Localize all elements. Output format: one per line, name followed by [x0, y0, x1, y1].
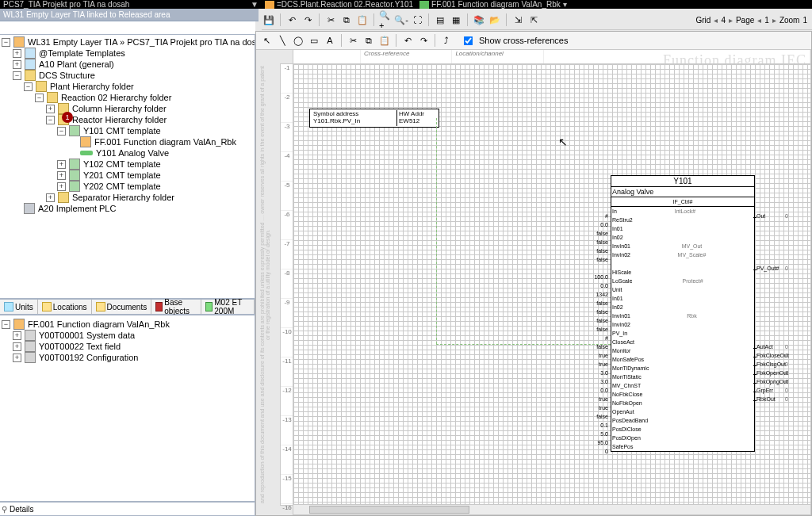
block-pin-row[interactable]: In02 — [611, 303, 754, 312]
block-pin-row[interactable]: ReStru2 — [611, 216, 754, 224]
pin-output-default: 0 — [785, 353, 788, 358]
ref-button[interactable]: ⤴ — [439, 33, 454, 48]
undo-button[interactable]: ↶ — [285, 13, 299, 27]
active-path-tab[interactable]: =DCS.Plant.Reaction 02.Reactor.Y101 — [265, 0, 413, 9]
text-tool[interactable]: A — [323, 33, 337, 48]
tab-documents[interactable]: Documents — [92, 300, 152, 314]
pin-icon[interactable]: ⚲ — [2, 505, 7, 514]
block-pin-row[interactable]: MV_ChnST — [611, 381, 754, 390]
block-pin-row[interactable]: PV_In — [611, 329, 754, 338]
block-output-pin[interactable]: GrpErr — [756, 388, 773, 393]
tab-base-objects[interactable]: Base objects — [151, 300, 201, 314]
expand-icon[interactable]: + — [13, 49, 21, 58]
block-pin-row[interactable]: PosDiClose — [611, 425, 754, 434]
paste-button[interactable]: 📋 — [355, 13, 370, 27]
block-pin-row[interactable]: InvIn02 — [611, 320, 754, 329]
block-pin-row[interactable]: MonSafePos — [611, 355, 754, 364]
show-crossref-checkbox[interactable] — [464, 36, 473, 45]
pin-default-value: false — [581, 257, 608, 262]
zoom-fit-button[interactable]: ⛶ — [410, 13, 424, 27]
block-pin-row[interactable]: CloseAct — [611, 338, 754, 346]
paste-button[interactable]: 📋 — [377, 33, 392, 48]
block-output-pin[interactable]: FbkCloseOut — [756, 353, 789, 358]
library-button[interactable]: 📚 — [472, 13, 486, 27]
export-button[interactable]: ⇲ — [511, 13, 525, 27]
block-pin-row[interactable]: NoFbkOpen — [611, 399, 754, 407]
grid-button[interactable]: ▦ — [449, 13, 463, 27]
zoom-in-button[interactable]: 🔍+ — [378, 13, 393, 27]
block-pin-row[interactable]: LoScaleProtect# — [611, 277, 754, 285]
redo-button[interactable]: ↷ — [416, 33, 431, 48]
block-pin-row[interactable]: SafePos — [611, 442, 754, 451]
diagram-canvas[interactable]: ↖ ╲ ◯ ▭ A ✂ ⧉ 📋 ↶ ↷ ⤴ Show cross-referen… — [255, 31, 812, 516]
grid-next[interactable]: ▸ — [729, 16, 733, 25]
block-pin-row[interactable]: Monitor — [611, 346, 754, 355]
block-output-pin[interactable]: AutAct — [756, 344, 773, 350]
block-output-pin[interactable]: RbkOut — [756, 396, 776, 402]
block-output-pin[interactable]: FbkOpenOut — [756, 370, 788, 376]
grid-prev[interactable]: ◂ — [714, 16, 718, 25]
tab-hardware[interactable]: M02 ET 200M — [201, 300, 255, 314]
page-prev[interactable]: ◂ — [757, 16, 761, 25]
show-crossref-toggle[interactable]: Show cross-references — [460, 33, 569, 48]
pin-default-value: 3.0 — [581, 370, 608, 376]
selected-tree-item[interactable]: FF.001 Function diagram ValAn_Rbk — [94, 137, 236, 147]
tab-units[interactable]: Units — [0, 300, 38, 314]
save-button[interactable]: 💾 — [262, 13, 276, 27]
expand-icon[interactable]: − — [2, 38, 10, 47]
pin-output-default: 0 — [785, 361, 788, 367]
block-output-pin[interactable]: PV_Out# — [756, 266, 779, 271]
import-button[interactable]: ⇱ — [527, 13, 541, 27]
pin-default-value: # — [581, 335, 608, 341]
open-button[interactable]: 📂 — [488, 13, 502, 27]
block-pin-row[interactable]: OpenAut — [611, 407, 754, 416]
project-tree[interactable]: − WL31 Empty Layer TIA » PCS7_TIA Projek… — [0, 34, 255, 299]
block-pin-row[interactable]: In01 — [611, 224, 754, 233]
scrollbar-thumb[interactable] — [309, 506, 469, 514]
block-pin-row[interactable]: PosDeadBand — [611, 416, 754, 425]
redo-button[interactable]: ↷ — [301, 13, 315, 27]
block-output-pin[interactable]: Out — [756, 213, 765, 219]
copy-button[interactable]: ⧉ — [339, 13, 354, 27]
ellipse-tool[interactable]: ◯ — [291, 33, 305, 48]
pin-default-value: false — [581, 327, 608, 332]
block-pin-row[interactable]: InvIn01Rbk — [611, 312, 754, 320]
tree-root[interactable]: WL31 Empty Layer TIA » PCS7_TIA Projekt … — [28, 37, 255, 47]
open-diagram-tab[interactable]: FF.001 Function diagram ValAn_Rbk ▾ — [419, 0, 567, 9]
assignment-tree[interactable]: − FF.001 Function diagram ValAn_Rbk + Y0… — [0, 315, 255, 502]
block-output-pin[interactable]: FbkClsgOut — [756, 361, 786, 367]
block-pin-row[interactable]: MonTiDynamic — [611, 364, 754, 373]
cmt-icon — [69, 181, 80, 192]
copy-button[interactable]: ⧉ — [362, 33, 376, 48]
select-tool[interactable]: ↖ — [259, 33, 274, 48]
block-pin-row[interactable]: In02 — [611, 233, 754, 242]
tab-locations[interactable]: Locations — [38, 300, 92, 314]
pin-default-value: true — [581, 361, 608, 367]
zoom-out-button[interactable]: 🔍- — [394, 13, 408, 27]
function-block[interactable]: Y101 Analog Valve IF_Ctrl# InIntLock#ReS… — [611, 175, 755, 452]
symbol-address-box[interactable]: Symbol address Y101.Rbk.PV_In HW Addr EW… — [309, 109, 439, 128]
block-pin-row[interactable]: Unit — [611, 285, 754, 294]
block-pin-row[interactable]: InIntLock# — [611, 207, 754, 216]
block-pin-row[interactable]: In01 — [611, 294, 754, 303]
line-tool[interactable]: ╲ — [275, 33, 289, 48]
rect-tool[interactable]: ▭ — [307, 33, 321, 48]
grid-area[interactable]: Symbol address Y101.Rbk.PV_In HW Addr EW… — [293, 63, 811, 506]
horizontal-scrollbar[interactable] — [293, 504, 811, 515]
block-pin-row[interactable]: InvIn01MV_Out — [611, 242, 754, 250]
block-pin-row[interactable]: PosDiOpen — [611, 434, 754, 442]
page-next[interactable]: ▸ — [772, 16, 776, 25]
details-bar[interactable]: ⚲ Details — [0, 502, 255, 516]
block-pin-row[interactable]: MonTiStatic — [611, 373, 754, 381]
cut-button[interactable]: ✂ — [324, 13, 338, 27]
align-button[interactable]: ▤ — [433, 13, 447, 27]
undo-button[interactable]: ↶ — [400, 33, 415, 48]
project-dropdown-icon[interactable]: ▼ — [251, 0, 259, 9]
block-pin-row[interactable]: NoFbkClose — [611, 390, 754, 399]
block-output-pin[interactable]: FbkOpngOut — [756, 379, 788, 384]
block-pin-row[interactable]: InvIn02MV_Scale# — [611, 250, 754, 259]
close-tab-icon[interactable]: ▾ — [563, 0, 567, 9]
block-pin-row[interactable] — [611, 259, 754, 268]
block-pin-row[interactable]: HiScale — [611, 268, 754, 277]
cut-button[interactable]: ✂ — [346, 33, 360, 48]
